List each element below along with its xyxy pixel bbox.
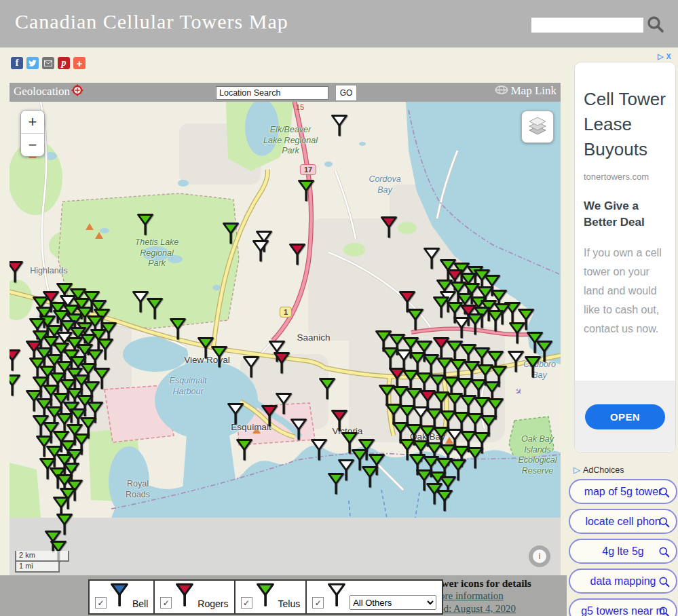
tower-marker-w[interactable] [453, 316, 470, 339]
tower-marker-w[interactable] [252, 239, 269, 263]
tower-marker-g[interactable] [236, 438, 252, 461]
share-plus-icon[interactable]: + [73, 57, 86, 69]
tower-marker-g[interactable] [328, 472, 344, 495]
tower-marker-g[interactable] [525, 355, 541, 379]
search-suggestion-label: locate cell phon [585, 516, 660, 528]
others-checkbox[interactable]: ✓ [312, 597, 324, 609]
tower-marker-g[interactable] [467, 446, 483, 469]
geolocation-link[interactable]: Geolocation [14, 84, 83, 99]
ad-open-button[interactable]: OPEN [585, 404, 665, 429]
tower-marker-g[interactable] [487, 309, 504, 332]
zoom-control: + − [20, 110, 45, 157]
location-search-input[interactable] [216, 86, 328, 100]
others-filter-select[interactable]: All Others [350, 595, 436, 610]
rogers-checkbox[interactable]: ✓ [160, 597, 172, 609]
ad-info-icon[interactable]: ▷ [658, 52, 663, 61]
search-suggestion-pill[interactable]: locate cell phon [569, 509, 677, 534]
email-icon[interactable] [42, 57, 54, 69]
tower-marker-w[interactable] [423, 247, 440, 270]
tower-marker-g[interactable] [211, 345, 227, 368]
map-link[interactable]: Map Link [495, 84, 557, 98]
map-toolbar: Geolocation GO Map Link [10, 83, 561, 102]
tower-marker-r[interactable] [381, 216, 397, 239]
tower-marker-w[interactable] [331, 114, 347, 137]
ad-card[interactable]: Cell Tower Lease Buyouts tonertowers.com… [574, 62, 676, 453]
tower-marker-w[interactable] [311, 438, 327, 461]
tower-marker-g[interactable] [137, 213, 153, 236]
twitter-icon[interactable] [26, 57, 39, 69]
page-header: Canadian Cellular Towers Map [0, 0, 678, 47]
scale-km: 2 km [15, 551, 69, 562]
zoom-in-button[interactable]: + [21, 111, 44, 134]
search-suggestion-pill[interactable]: data mapping [569, 569, 677, 594]
legend-section-telus: ✓ Telus [236, 581, 307, 613]
bell-tower-icon [111, 582, 128, 611]
search-suggestion-pill[interactable]: 4g lte 5g [569, 539, 677, 564]
tower-marker-g[interactable] [509, 322, 525, 345]
map-link-label: Map Link [510, 84, 557, 98]
go-button[interactable]: GO [335, 85, 357, 101]
tower-marker-r[interactable] [10, 261, 23, 284]
tower-marker-w[interactable] [243, 355, 259, 379]
link-icon [495, 85, 508, 97]
geolocation-crosshair-icon[interactable] [71, 84, 83, 99]
ad-headline: Cell Tower Lease Buyouts [584, 87, 666, 162]
tower-marker-g[interactable] [170, 317, 186, 341]
telus-checkbox[interactable]: ✓ [241, 597, 252, 609]
facebook-icon[interactable]: f [11, 57, 23, 69]
tower-marker-r[interactable] [331, 409, 347, 432]
rogers-label: Rogers [197, 598, 228, 609]
tower-marker-w[interactable] [508, 350, 524, 373]
ad-subheadline: We Give a Better Deal [584, 198, 666, 231]
tower-marker-w[interactable] [227, 402, 244, 425]
adchoices-icon: ▷ [573, 465, 580, 475]
tower-marker-g[interactable] [298, 179, 314, 202]
tower-marker-g[interactable] [319, 377, 335, 400]
search-suggestion-pill[interactable]: g5 towers near m [569, 598, 677, 616]
tower-marker-r[interactable] [274, 351, 290, 374]
telus-tower-icon [257, 582, 274, 611]
tower-marker-g[interactable] [362, 465, 378, 488]
search-icon[interactable] [646, 15, 665, 34]
ad-domain: tonertowers.com [584, 172, 666, 182]
tower-marker-r[interactable] [261, 404, 278, 427]
search-suggestion-label: map of 5g tower [584, 486, 662, 498]
ad-info-controls: ▷ X [658, 52, 671, 61]
tower-marker-w[interactable] [290, 418, 307, 441]
search-suggestion-label: 4g lte 5g [602, 545, 643, 558]
adchoices[interactable]: ▷ AdChoices [573, 465, 624, 475]
ad-cta-strip: OPEN [575, 381, 675, 453]
tower-marker-g[interactable] [147, 297, 163, 320]
tower-marker-g[interactable] [407, 308, 423, 331]
tower-legend: ✓ Bell ✓ Rogers ✓ Telus ✓ All Others [88, 579, 443, 615]
tower-marker-r[interactable] [10, 349, 20, 372]
scale-mi: 1 mi [15, 562, 60, 573]
adchoices-label: AdChoices [583, 465, 624, 475]
related-search-suggestions: map of 5g towerlocate cell phon4g lte 5g… [569, 479, 677, 616]
pinterest-icon[interactable]: p [58, 57, 70, 69]
tower-marker-w[interactable] [276, 392, 292, 415]
search-suggestion-label: data mapping [590, 575, 656, 588]
rogers-tower-icon [176, 582, 193, 611]
tower-marker-r[interactable] [289, 243, 305, 266]
layers-icon [526, 114, 549, 140]
legend-section-others: ✓ All Others [307, 581, 442, 613]
others-tower-icon [328, 582, 345, 611]
ad-close-icon[interactable]: X [666, 52, 671, 61]
attribution-info-button[interactable]: i [529, 545, 550, 567]
legend-section-rogers: ✓ Rogers [155, 581, 235, 613]
search-suggestion-pill[interactable]: map of 5g tower [569, 479, 677, 504]
map-container[interactable]: ✈ Elk/Beaver Lake Regional Park15Cordova… [10, 83, 561, 575]
zoom-out-button[interactable]: − [21, 134, 44, 156]
tower-marker-g[interactable] [10, 374, 20, 397]
search-suggestion-label: g5 towers near m [581, 605, 665, 616]
site-search-input[interactable] [531, 18, 643, 33]
bell-checkbox[interactable]: ✓ [95, 597, 107, 609]
bell-label: Bell [132, 598, 148, 609]
layers-button[interactable] [521, 111, 554, 143]
tower-marker-g[interactable] [223, 222, 239, 245]
ad-body-text: If you own a cell tower on your land and… [584, 244, 666, 339]
telus-label: Telus [278, 598, 301, 609]
geolocation-label: Geolocation [14, 85, 70, 98]
tower-marker-g[interactable] [436, 489, 453, 512]
